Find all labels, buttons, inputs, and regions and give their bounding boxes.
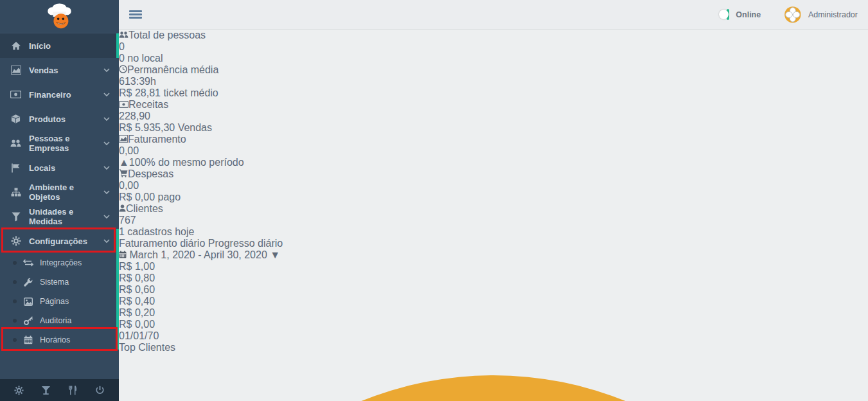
panel-header: Faturamento diário Progresso diário Marc…	[119, 238, 868, 261]
sidebar-subitem-label: Sistema	[40, 278, 69, 287]
stat-sub: R$ 0,00 pago	[119, 192, 868, 203]
panel-title: Faturamento diário	[119, 238, 205, 249]
client-row[interactable]: Administrador R$ 133,20 compras no semes…	[119, 353, 868, 401]
stat-value: 0,00	[119, 145, 868, 157]
chevron-down-icon	[103, 141, 110, 145]
sidebar-nav: Início Vendas Financeiro Produtos	[0, 33, 119, 350]
chevron-down-icon	[103, 93, 110, 96]
stat-sub: R$ 28,81 ticket médio	[119, 87, 868, 99]
active-section-accent	[116, 229, 119, 350]
key-icon	[23, 316, 33, 326]
sidebar-subitem-sistema[interactable]: Sistema	[0, 272, 119, 292]
bullet-dot	[13, 261, 17, 265]
chevron-down-icon	[103, 68, 110, 72]
stat-receitas: Receitas 228,90 R$ 5.935,30 Vendas	[119, 99, 868, 134]
panel-subtitle: Progresso diário	[208, 238, 283, 249]
stat-total-pessoas: Total de pessoas 0 0 no local	[119, 30, 868, 64]
chevron-down-icon	[103, 166, 110, 170]
sidebar-subitem-label: Auditoria	[40, 316, 71, 325]
utensils-icon[interactable]	[68, 386, 78, 395]
bullet-dot	[13, 319, 17, 323]
menu-toggle-icon[interactable]	[129, 9, 142, 20]
stat-value: 228,90	[119, 111, 868, 122]
sidebar-subitem-horarios[interactable]: Horários	[0, 330, 119, 350]
caret-down-icon: ▼	[270, 249, 280, 260]
page-image-icon	[23, 297, 33, 307]
sidebar-subitem-integracoes[interactable]: Integrações	[0, 253, 119, 272]
stat-label: Faturamento	[128, 134, 186, 145]
main-area: Online Administrador Total de pessoas 0 …	[119, 0, 868, 401]
exchange-icon	[23, 258, 33, 268]
stat-despesas: Despesas 0,00 R$ 0,00 pago	[119, 168, 868, 203]
users-icon	[119, 30, 128, 40]
sidebar-subitem-label: Integrações	[40, 258, 82, 267]
sidebar-item-produtos[interactable]: Produtos	[0, 107, 119, 131]
sidebar-item-label: Unidades e Medidas	[29, 207, 103, 226]
clock-icon	[119, 64, 127, 75]
chef-mascot-logo	[45, 2, 75, 31]
sidebar-item-pessoas-e-empresas[interactable]: Pessoas e Empresas	[0, 131, 119, 156]
sidebar: Início Vendas Financeiro Produtos	[0, 0, 119, 401]
cube-icon	[10, 114, 21, 124]
cocktail-glass-icon[interactable]	[41, 386, 51, 395]
sidebar-item-label: Pessoas e Empresas	[29, 134, 103, 153]
y-tick: R$ 0,40	[119, 296, 868, 307]
sidebar-item-label: Ambiente e Objetos	[29, 183, 103, 202]
stat-label: Total de pessoas	[128, 30, 206, 40]
stat-value: 0	[119, 41, 868, 53]
chart-area: R$ 1,00 R$ 0,80 R$ 0,60 R$ 0,40 R$ 0,20 …	[119, 261, 868, 401]
settings-icon[interactable]	[14, 386, 24, 395]
stat-value: 0,00	[119, 180, 868, 192]
sidebar-item-configuracoes[interactable]: Configurações	[0, 229, 119, 253]
username-label[interactable]: Administrador	[808, 10, 858, 19]
calendar-icon	[23, 335, 33, 345]
caret-up-icon: ▲	[119, 157, 129, 168]
gear-icon	[10, 236, 21, 246]
chevron-down-icon	[103, 190, 110, 194]
stat-permanencia: Permanência média 613:39h R$ 28,81 ticke…	[119, 64, 868, 99]
bullet-dot	[13, 280, 17, 284]
sidebar-item-financeiro[interactable]: Financeiro	[0, 82, 119, 107]
top-clientes-title: Top Clientes	[119, 342, 868, 353]
sidebar-item-label: Financeiro	[29, 90, 71, 100]
user-avatar[interactable]	[784, 6, 802, 24]
stat-clientes: Clientes 767 1 cadastros hoje	[119, 203, 868, 238]
sidebar-item-label: Vendas	[29, 66, 58, 75]
sidebar-footer	[0, 379, 119, 401]
stat-value: 767	[119, 215, 868, 226]
money-icon	[119, 99, 128, 110]
sidebar-item-inicio[interactable]: Início	[0, 33, 119, 58]
sidebar-item-ambiente-e-objetos[interactable]: Ambiente e Objetos	[0, 180, 119, 204]
sidebar-item-vendas[interactable]: Vendas	[0, 58, 119, 82]
filter-icon	[10, 211, 21, 222]
y-tick: R$ 0,00	[119, 319, 868, 330]
sidebar-item-label: Locais	[29, 163, 55, 173]
y-tick: R$ 1,00	[119, 261, 868, 272]
client-avatar-quatrefoil	[119, 353, 868, 401]
online-toggle[interactable]	[727, 9, 729, 20]
top-clientes-panel: Top Clientes Administrador R$ 133,20 com…	[119, 342, 868, 401]
y-tick: R$ 0,80	[119, 272, 868, 284]
sidebar-item-label: Produtos	[29, 114, 66, 124]
sidebar-item-label: Configurações	[29, 236, 87, 246]
calendar-icon	[119, 249, 127, 260]
stat-label: Clientes	[126, 203, 163, 214]
sidebar-subitem-auditoria[interactable]: Auditoria	[0, 311, 119, 330]
sidebar-item-unidades-e-medidas[interactable]: Unidades e Medidas	[0, 204, 119, 229]
chevron-down-icon	[103, 215, 110, 218]
sitemap-icon	[10, 187, 21, 197]
date-range-picker[interactable]: March 1, 2020 - April 30, 2020 ▼	[119, 249, 868, 261]
cart-icon	[119, 168, 128, 179]
sidebar-item-locais[interactable]: Locais	[0, 156, 119, 180]
area-chart-icon	[119, 134, 128, 145]
flag-icon	[10, 163, 21, 173]
sidebar-subitem-paginas[interactable]: Páginas	[0, 292, 119, 311]
area-chart-icon	[10, 65, 21, 75]
power-icon[interactable]	[95, 386, 105, 395]
stats-row: Total de pessoas 0 0 no local Permanênci…	[119, 30, 868, 238]
wrench-icon	[23, 278, 33, 287]
chevron-down-icon	[103, 117, 110, 121]
faturamento-diario-panel: Faturamento diário Progresso diário Marc…	[119, 238, 868, 401]
stat-label: Despesas	[128, 168, 173, 179]
app-logo[interactable]	[0, 0, 119, 33]
